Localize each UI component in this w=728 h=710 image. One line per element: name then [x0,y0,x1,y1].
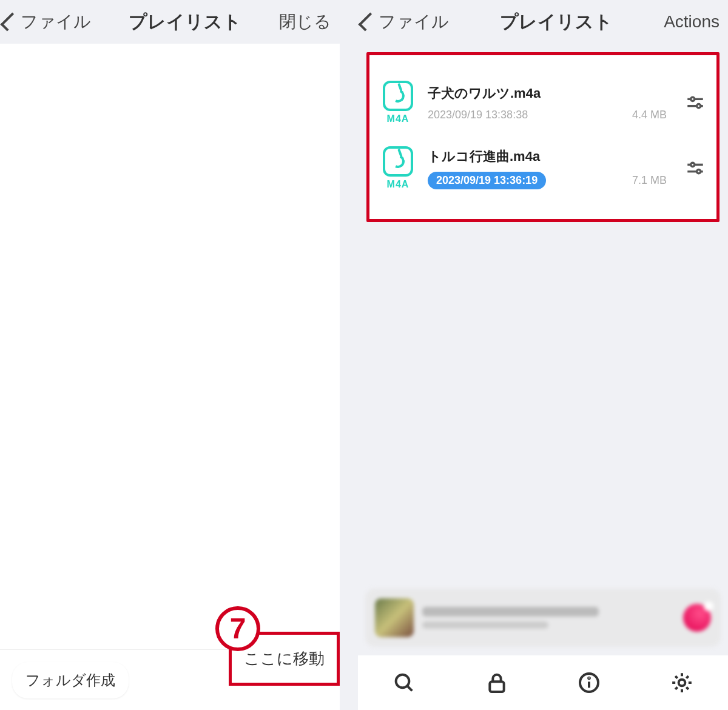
file-meta: トルコ行進曲.m4a 2023/09/19 13:36:19 7.1 MB [428,147,667,189]
left-empty-area [0,44,340,649]
mini-player-artwork [375,598,414,637]
file-type-icon: M4A [380,146,416,190]
file-timestamp-highlighted: 2023/09/19 13:36:19 [428,172,546,189]
svg-point-14 [678,680,685,686]
svg-rect-10 [490,681,504,692]
svg-point-13 [588,678,590,679]
file-row[interactable]: M4A 子犬のワルツ.m4a 2023/09/19 13:38:38 4.4 M… [376,70,710,135]
equalizer-icon[interactable] [685,158,706,178]
file-row[interactable]: M4A トルコ行進曲.m4a 2023/09/19 13:36:19 7.1 M… [376,135,710,201]
svg-point-1 [691,97,695,101]
music-note-icon [383,81,413,111]
file-name: 子犬のワルツ.m4a [428,84,667,103]
page-title-right: プレイリスト [500,10,613,35]
equalizer-icon[interactable] [685,92,706,113]
file-type-label: M4A [380,113,416,124]
mini-player-play-button[interactable] [683,604,711,632]
svg-point-7 [697,170,701,174]
mini-player-text [422,607,675,629]
right-header: ファイル プレイリスト Actions [358,0,728,44]
back-button-right[interactable]: ファイル [363,10,449,33]
svg-point-3 [697,104,701,108]
music-note-icon [383,146,413,177]
back-label: ファイル [379,10,449,33]
search-icon[interactable] [392,671,416,695]
step-number-badge: 7 [215,606,260,651]
lock-icon[interactable] [485,671,509,695]
annotation-step-7: 7 ここに移動 [189,632,340,686]
file-meta: 子犬のワルツ.m4a 2023/09/19 13:38:38 4.4 MB [428,84,667,121]
close-button[interactable]: 閉じる [279,10,331,33]
gear-icon[interactable] [670,671,694,695]
svg-line-9 [408,686,413,691]
file-type-icon: M4A [380,81,416,124]
back-label: ファイル [21,10,91,33]
left-panel: ファイル プレイリスト 閉じる フォルダ作成 7 ここに移動 [0,0,340,710]
chevron-left-icon [0,12,19,31]
bottom-tab-bar [358,655,728,710]
svg-point-8 [396,675,410,688]
file-size: 7.1 MB [632,174,667,187]
file-type-label: M4A [380,179,416,190]
info-icon[interactable] [577,671,601,695]
panel-gap [340,0,358,710]
file-name: トルコ行進曲.m4a [428,147,667,166]
chevron-left-icon [358,12,377,31]
file-size: 4.4 MB [632,109,667,121]
mini-player-badge [704,601,713,611]
right-body: M4A 子犬のワルツ.m4a 2023/09/19 13:38:38 4.4 M… [358,44,728,589]
left-header: ファイル プレイリスト 閉じる [0,0,340,44]
actions-button[interactable]: Actions [664,12,720,32]
file-timestamp: 2023/09/19 13:38:38 [428,109,528,121]
svg-point-5 [691,163,695,166]
file-list-highlight-box: M4A 子犬のワルツ.m4a 2023/09/19 13:38:38 4.4 M… [366,52,720,222]
right-panel: ファイル プレイリスト Actions M4A 子犬のワルツ.m4a 2023/… [358,0,728,710]
back-button-left[interactable]: ファイル [5,10,91,33]
page-title-left: プレイリスト [129,10,241,35]
mini-player[interactable] [365,589,721,647]
create-folder-button[interactable]: フォルダ作成 [12,662,129,698]
